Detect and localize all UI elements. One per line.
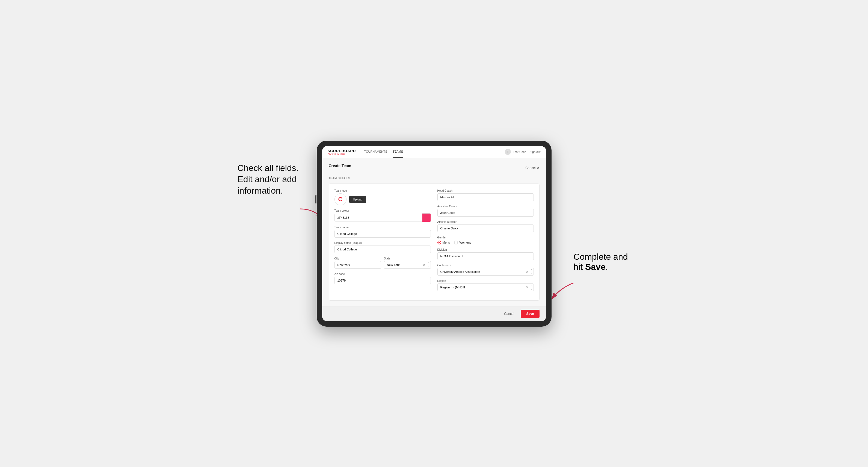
athletic-director-group: Athletic Director [437,220,534,232]
conference-input[interactable] [437,268,534,276]
nav-right: T Test User | Sign out [505,149,540,155]
annotation-left-line2: Edit and/or add [238,174,297,184]
region-select-wrapper: ✕ ⌃⌄ [437,283,534,291]
team-logo-label: Team logo [335,189,431,192]
gender-radio-group: Mens Womens [437,241,534,244]
city-state-group: City State ✕ ⌃⌄ [335,257,431,269]
state-select-wrapper: ✕ ⌃⌄ [384,261,431,269]
display-name-input[interactable] [335,246,431,253]
state-clear-icon[interactable]: ✕ [423,263,425,267]
gender-womens-option[interactable]: Womens [454,241,471,244]
annotation-left-line1: Check all fields. [238,163,299,173]
assistant-coach-label: Assistant Coach [437,205,534,208]
state-label: State [384,257,431,260]
city-state-row: City State ✕ ⌃⌄ [335,257,431,269]
form-panel: Team logo C Upload Team colo [329,184,539,301]
state-group: State ✕ ⌃⌄ [384,257,431,269]
region-group: Region ✕ ⌃⌄ [437,279,534,291]
team-colour-label: Team colour [335,209,431,212]
right-arrow [549,280,576,302]
zip-label: Zip code [335,273,431,276]
right-column: Head Coach Assistant Coach Athletic Dire… [437,189,534,295]
display-name-group: Display name (unique) [335,242,431,253]
signout-link[interactable]: Sign out [529,150,540,154]
region-input[interactable] [437,283,534,291]
team-name-label: Team name [335,226,431,229]
main-content: Create Team Cancel ✕ TEAM DETAILS Team l… [322,158,546,306]
logo-circle: C [335,193,346,206]
team-name-group: Team name [335,226,431,238]
logo-area: SCOREBOARD Powered by clippd [328,149,356,155]
conference-group: Conference ✕ ⌃⌄ [437,264,534,276]
colour-row [335,213,431,222]
nav-tournaments[interactable]: TOURNAMENTS [364,146,387,158]
team-name-input[interactable] [335,230,431,238]
region-label: Region [437,279,534,282]
form-two-col: Team logo C Upload Team colo [335,189,534,295]
mens-label: Mens [443,241,450,244]
womens-label: Womens [459,241,471,244]
cancel-top-button[interactable]: Cancel ✕ [525,166,539,170]
conference-clear-icon[interactable]: ✕ [526,270,528,273]
user-label: Test User | [513,150,527,154]
user-avatar: T [505,149,511,155]
division-select-wrapper: ⌃⌄ [437,252,534,260]
zip-group: Zip code [335,273,431,284]
team-colour-input[interactable] [335,214,422,221]
tablet-screen: SCOREBOARD Powered by clippd TOURNAMENTS… [322,146,546,321]
athletic-director-input[interactable] [437,224,534,232]
annotation-right-bold: Save [585,262,606,272]
division-group: Division ⌃⌄ [437,248,534,260]
city-label: City [335,257,381,260]
logo-letter: C [338,196,343,203]
team-logo-group: Team logo C Upload [335,189,431,206]
gender-label: Gender [437,236,534,239]
cancel-button[interactable]: Cancel [500,310,518,318]
logo-text: SCOREBOARD [328,149,356,153]
form-footer: Cancel Save [322,306,546,321]
annotation-right-line2: hit [574,262,585,272]
annotation-left: Check all fields. Edit and/or add inform… [238,162,299,197]
region-clear-icon[interactable]: ✕ [526,285,528,289]
navbar: SCOREBOARD Powered by clippd TOURNAMENTS… [322,146,546,158]
nav-links: TOURNAMENTS TEAMS [364,146,504,158]
colour-swatch[interactable] [422,213,431,222]
annotation-right: Complete and hit Save. [574,252,628,272]
athletic-director-label: Athletic Director [437,220,534,223]
display-name-label: Display name (unique) [335,242,431,244]
head-coach-input[interactable] [437,193,534,201]
gender-group: Gender Mens Womens [437,236,534,244]
zip-input[interactable] [335,277,431,284]
head-coach-group: Head Coach [437,189,534,201]
upload-button[interactable]: Upload [349,196,366,203]
assistant-coach-input[interactable] [437,209,534,217]
city-group: City [335,257,381,269]
annotation-right-end: . [606,262,608,272]
conference-select-wrapper: ✕ ⌃⌄ [437,268,534,276]
nav-teams[interactable]: TEAMS [393,146,403,158]
division-label: Division [437,248,534,251]
left-column: Team logo C Upload Team colo [335,189,431,295]
annotation-right-line1: Complete and [574,252,628,261]
save-button[interactable]: Save [521,310,539,318]
head-coach-label: Head Coach [437,189,534,192]
header-row: Create Team Cancel ✕ [329,164,539,172]
page-title: Create Team [329,164,351,168]
womens-radio-dot[interactable] [454,241,458,244]
mens-radio-dot[interactable] [437,241,441,244]
team-colour-group: Team colour [335,209,431,222]
conference-label: Conference [437,264,534,267]
division-input[interactable] [437,252,534,260]
assistant-coach-group: Assistant Coach [437,205,534,217]
annotation-left-line3: information. [238,186,283,195]
logo-sub: Powered by clippd [328,153,356,155]
logo-row: C Upload [335,193,431,206]
gender-mens-option[interactable]: Mens [437,241,450,244]
section-label: TEAM DETAILS [329,177,539,180]
city-input[interactable] [335,261,381,269]
